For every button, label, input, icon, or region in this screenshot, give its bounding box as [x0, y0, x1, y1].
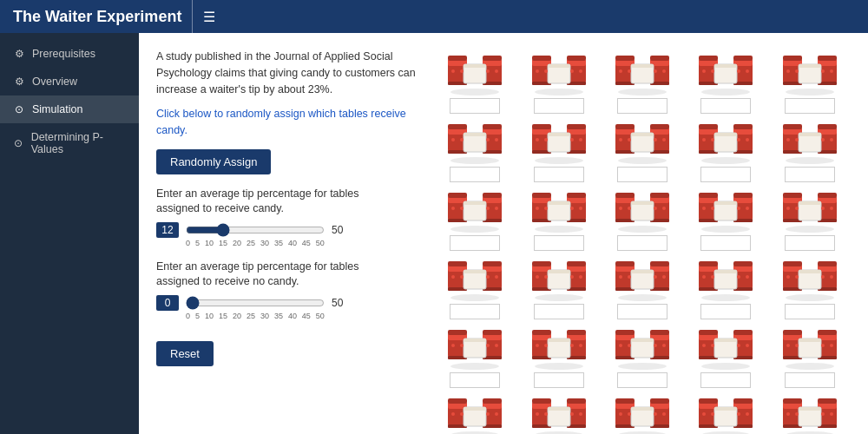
svg-rect-263 — [631, 270, 654, 273]
svg-point-165 — [535, 226, 583, 233]
content-wrapper: A study published in the Journal of Appl… — [156, 49, 851, 434]
svg-point-253 — [570, 275, 574, 279]
svg-point-448 — [821, 412, 825, 416]
tip-input[interactable] — [534, 167, 584, 182]
tip-input[interactable] — [534, 304, 584, 319]
sidebar-item-pvalues[interactable]: ⊙Determining P-Values — [0, 123, 139, 163]
svg-rect-143 — [799, 133, 821, 136]
svg-rect-370 — [818, 330, 837, 335]
svg-point-117 — [628, 138, 631, 141]
tip-input[interactable] — [617, 167, 667, 182]
sidebar-item-simulation[interactable]: ⊙Simulation — [0, 95, 139, 123]
tip-input[interactable] — [450, 235, 500, 251]
tip-input[interactable] — [785, 304, 835, 319]
svg-point-0 — [450, 89, 499, 95]
tip-input[interactable] — [450, 98, 500, 114]
table-cell — [434, 323, 516, 388]
tip-input[interactable] — [534, 372, 584, 388]
booth-icon — [444, 117, 505, 165]
tip-input[interactable] — [617, 235, 667, 251]
tip-input[interactable] — [700, 167, 751, 182]
svg-rect-413 — [631, 407, 654, 411]
table-cell — [769, 49, 851, 114]
tip-input[interactable] — [450, 372, 500, 388]
tip-input[interactable] — [617, 304, 667, 319]
svg-point-74 — [830, 69, 833, 73]
svg-rect-130 — [733, 124, 753, 129]
tip-input[interactable] — [534, 235, 584, 251]
candy-slider-row: 12 50 — [156, 222, 417, 238]
svg-rect-368 — [799, 339, 821, 342]
tip-input[interactable] — [785, 167, 835, 182]
tip-input[interactable] — [700, 235, 751, 251]
booth-icon — [529, 254, 589, 302]
svg-point-433 — [737, 412, 740, 416]
sidebar-label-pvalues: Determining P-Values — [31, 131, 127, 155]
sidebar-icon-overview: ⚙ — [12, 76, 26, 88]
svg-rect-174 — [532, 193, 551, 198]
svg-rect-175 — [567, 193, 586, 198]
svg-point-345 — [701, 363, 750, 370]
svg-rect-414 — [615, 398, 635, 404]
svg-point-314 — [495, 344, 498, 347]
svg-point-30 — [618, 89, 667, 95]
svg-rect-10 — [483, 56, 502, 61]
svg-point-359 — [746, 344, 749, 347]
tip-input[interactable] — [450, 167, 500, 182]
svg-rect-249 — [532, 261, 551, 266]
svg-point-102 — [544, 138, 548, 141]
svg-point-209 — [746, 207, 749, 210]
tip-input[interactable] — [785, 235, 835, 251]
booth-icon — [779, 254, 840, 302]
svg-point-374 — [830, 344, 833, 347]
svg-point-371 — [786, 344, 790, 347]
no-candy-slider-label: Enter an average tip percentage for tabl… — [156, 260, 382, 290]
svg-rect-250 — [567, 261, 586, 266]
svg-point-103 — [570, 138, 574, 141]
tip-input[interactable] — [785, 372, 835, 388]
sidebar-item-prerequisites[interactable]: ⚙Prerequisites — [0, 40, 139, 68]
tip-input[interactable] — [617, 98, 667, 114]
svg-rect-355 — [733, 330, 753, 335]
svg-point-192 — [628, 207, 631, 210]
svg-point-86 — [451, 138, 455, 141]
booth-icon — [779, 323, 840, 371]
booth-icon — [612, 186, 673, 233]
svg-rect-443 — [799, 407, 821, 411]
no-candy-slider-input[interactable] — [186, 296, 325, 310]
svg-point-45 — [701, 89, 750, 95]
click-link[interactable]: Click below to randomly assign which tab… — [156, 108, 406, 136]
sidebar-item-overview[interactable]: ⚙Overview — [0, 68, 139, 95]
tip-input[interactable] — [785, 98, 835, 114]
svg-point-15 — [535, 89, 583, 95]
table-cell — [517, 117, 599, 182]
svg-point-282 — [711, 275, 714, 279]
svg-rect-160 — [483, 193, 502, 198]
svg-point-238 — [486, 275, 490, 279]
menu-icon[interactable]: ☰ — [203, 9, 215, 25]
svg-point-254 — [579, 275, 582, 279]
svg-rect-38 — [631, 64, 654, 68]
tip-input[interactable] — [700, 372, 751, 388]
tip-input[interactable] — [700, 304, 751, 319]
no-candy-slider-section: Enter an average tip percentage for tabl… — [156, 260, 417, 320]
tip-input[interactable] — [700, 98, 751, 114]
reset-button[interactable]: Reset — [156, 341, 214, 366]
content-area: A study published in the Journal of Appl… — [139, 33, 868, 434]
svg-rect-324 — [532, 330, 551, 335]
tip-input[interactable] — [450, 304, 500, 319]
booth-icon — [779, 117, 840, 165]
svg-rect-369 — [783, 330, 802, 335]
table-cell — [602, 117, 683, 182]
svg-point-221 — [786, 207, 790, 210]
svg-rect-113 — [631, 133, 654, 136]
svg-rect-204 — [699, 193, 718, 198]
candy-slider-input[interactable] — [186, 223, 325, 237]
sidebar-label-overview: Overview — [32, 76, 77, 88]
randomly-assign-button[interactable]: Randomly Assign — [156, 149, 271, 174]
sidebar-label-simulation: Simulation — [32, 103, 82, 115]
table-cell — [517, 323, 599, 388]
tip-input[interactable] — [534, 98, 584, 114]
tip-input[interactable] — [617, 372, 667, 388]
svg-rect-98 — [548, 133, 570, 136]
